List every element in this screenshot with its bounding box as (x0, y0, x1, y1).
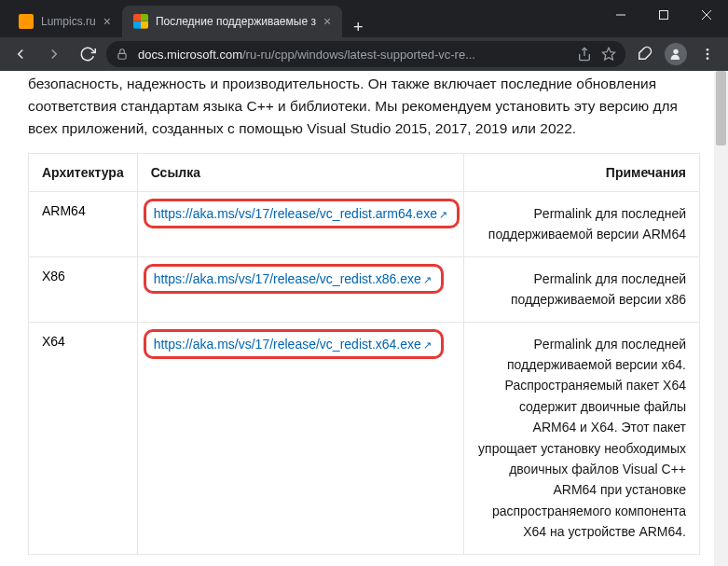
intro-paragraph: безопасность, надежность и производитель… (0, 71, 728, 153)
tab-lumpics[interactable]: Lumpics.ru × (7, 6, 122, 37)
downloads-table: Архитектура Ссылка Примечания ARM64 http… (28, 153, 700, 554)
svg-rect-1 (660, 11, 668, 20)
forward-button[interactable] (39, 39, 69, 69)
svg-marker-6 (602, 48, 614, 60)
table-row: X86 https://aka.ms/vs/17/release/vc_redi… (29, 256, 700, 322)
close-tab-icon[interactable]: × (323, 14, 331, 29)
profile-avatar[interactable] (661, 39, 691, 69)
url-text: docs.microsoft.com/ru-ru/cpp/windows/lat… (138, 48, 568, 62)
download-link-arm64[interactable]: https://aka.ms/vs/17/release/vc_redist.a… (154, 206, 437, 221)
highlight-annotation: https://aka.ms/vs/17/release/vc_redist.a… (144, 199, 460, 228)
menu-button[interactable] (693, 39, 722, 69)
link-cell: https://aka.ms/vs/17/release/vc_redist.x… (137, 256, 463, 322)
back-button[interactable] (6, 39, 35, 69)
arch-cell: X64 (29, 322, 138, 554)
external-link-icon: ↗ (423, 339, 432, 351)
extensions-button[interactable] (629, 39, 659, 69)
notes-cell: Permalink для последней поддерживаемой в… (463, 256, 699, 322)
table-row: ARM64 https://aka.ms/vs/17/release/vc_re… (29, 192, 700, 257)
reload-button[interactable] (73, 39, 103, 69)
arch-cell: ARM64 (29, 192, 138, 257)
scrollbar-thumb[interactable] (716, 71, 726, 145)
minimize-button[interactable] (599, 0, 642, 30)
address-bar: docs.microsoft.com/ru-ru/cpp/windows/lat… (0, 37, 728, 71)
share-icon[interactable] (577, 47, 592, 62)
new-tab-button[interactable]: + (342, 18, 375, 37)
svg-point-9 (707, 53, 709, 56)
arch-cell: X86 (29, 256, 138, 322)
highlight-annotation: https://aka.ms/vs/17/release/vc_redist.x… (144, 329, 444, 359)
header-notes: Примечания (463, 154, 699, 192)
tab-strip: Lumpics.ru × Последние поддерживаемые з … (7, 0, 599, 37)
bookmark-star-icon[interactable] (601, 47, 616, 62)
lock-icon (116, 48, 129, 61)
svg-rect-4 (118, 53, 126, 59)
favicon-microsoft-icon (133, 14, 148, 29)
header-link: Ссылка (137, 154, 463, 192)
highlight-annotation: https://aka.ms/vs/17/release/vc_redist.x… (144, 264, 444, 294)
tab-title: Lumpics.ru (41, 15, 96, 28)
notes-cell: Permalink для последней поддерживаемой в… (463, 322, 699, 554)
close-window-button[interactable] (685, 0, 728, 30)
window-controls (599, 0, 728, 37)
close-tab-icon[interactable]: × (103, 14, 111, 29)
download-link-x86[interactable]: https://aka.ms/vs/17/release/vc_redist.x… (154, 271, 421, 286)
window-titlebar: Lumpics.ru × Последние поддерживаемые з … (0, 0, 728, 37)
header-architecture: Архитектура (29, 154, 138, 192)
external-link-icon: ↗ (423, 274, 432, 285)
link-cell: https://aka.ms/vs/17/release/vc_redist.x… (137, 322, 463, 554)
link-cell: https://aka.ms/vs/17/release/vc_redist.a… (137, 192, 463, 257)
svg-point-8 (707, 48, 709, 51)
maximize-button[interactable] (642, 0, 685, 30)
download-link-x64[interactable]: https://aka.ms/vs/17/release/vc_redist.x… (154, 337, 421, 352)
external-link-icon: ↗ (439, 209, 447, 220)
toolbar-actions (629, 39, 722, 69)
svg-point-10 (707, 57, 709, 60)
tab-microsoft-docs[interactable]: Последние поддерживаемые з × (122, 6, 342, 37)
scrollbar[interactable] (714, 71, 728, 566)
tab-title: Последние поддерживаемые з (156, 15, 316, 28)
url-input[interactable]: docs.microsoft.com/ru-ru/cpp/windows/lat… (106, 41, 625, 67)
svg-point-7 (673, 49, 678, 54)
notes-cell: Permalink для последней поддерживаемой в… (463, 192, 699, 257)
table-row: X64 https://aka.ms/vs/17/release/vc_redi… (29, 322, 700, 554)
favicon-lumpics-icon (19, 14, 34, 29)
page-content[interactable]: безопасность, надежность и производитель… (0, 71, 728, 566)
